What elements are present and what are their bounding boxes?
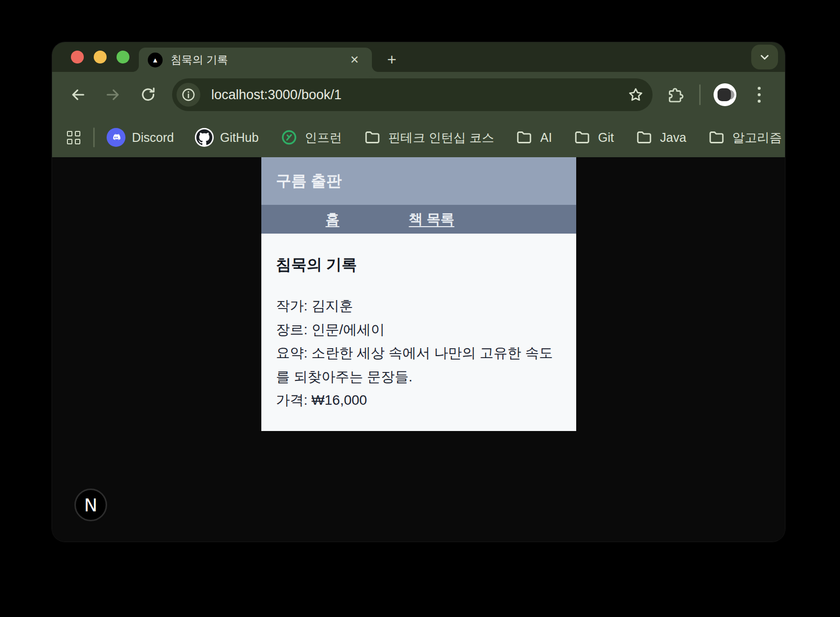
star-icon bbox=[627, 86, 644, 103]
bookmark-folder-fintech[interactable]: 핀테크 인턴십 코스 bbox=[363, 128, 494, 147]
bookmark-folder-git[interactable]: Git bbox=[573, 128, 614, 147]
bookmark-label: Java bbox=[660, 130, 686, 145]
bookmark-star-button[interactable] bbox=[626, 85, 646, 105]
tab-strip: ▲ 침묵의 기록 ✕ + bbox=[52, 42, 785, 72]
bookmark-folder-java[interactable]: Java bbox=[635, 128, 686, 147]
close-window-button[interactable] bbox=[71, 51, 84, 63]
book-summary: 요약: 소란한 세상 속에서 나만의 고유한 속도를 되찾아주는 문장들. bbox=[276, 341, 561, 388]
folder-icon bbox=[573, 128, 592, 147]
tab-title: 침묵의 기록 bbox=[171, 53, 346, 67]
bookmark-github[interactable]: GitHub bbox=[195, 128, 259, 147]
new-tab-button[interactable]: + bbox=[380, 48, 403, 71]
bookmark-inflearn[interactable]: 인프런 bbox=[280, 128, 342, 147]
info-icon bbox=[181, 87, 196, 102]
extensions-button[interactable] bbox=[664, 84, 686, 106]
folder-icon bbox=[707, 128, 726, 147]
bookmark-label: 인프런 bbox=[305, 129, 342, 146]
browser-toolbar: localhost:3000/book/1 bbox=[52, 72, 785, 118]
folder-icon bbox=[363, 128, 382, 147]
book-title: 침묵의 기록 bbox=[276, 254, 561, 275]
page-viewport: 구름 출판 홈 책 목록 침묵의 기록 작가: 김지훈 장르: 인문/에세이 요… bbox=[52, 157, 785, 542]
nextjs-dev-badge[interactable]: N bbox=[74, 489, 107, 521]
forward-arrow-icon bbox=[105, 86, 121, 103]
folder-icon bbox=[515, 128, 534, 147]
book-author: 작가: 김지훈 bbox=[276, 294, 561, 318]
bookmarks-bar: Discord GitHub 인프런 bbox=[52, 118, 785, 157]
toolbar-separator bbox=[699, 84, 701, 105]
bookmark-label: Discord bbox=[132, 130, 174, 145]
nav-link-book-list[interactable]: 책 목록 bbox=[409, 210, 455, 229]
profile-avatar[interactable] bbox=[714, 83, 736, 106]
book-detail: 침묵의 기록 작가: 김지훈 장르: 인문/에세이 요약: 소란한 세상 속에서… bbox=[261, 234, 576, 431]
site-title: 구름 출판 bbox=[276, 171, 342, 191]
minimize-window-button[interactable] bbox=[94, 51, 107, 63]
book-price: 가격: ₩16,000 bbox=[276, 388, 561, 412]
book-page-container: 구름 출판 홈 책 목록 침묵의 기록 작가: 김지훈 장르: 인문/에세이 요… bbox=[261, 157, 576, 431]
bookmark-folder-algorithm[interactable]: 알고리즘 bbox=[707, 128, 782, 147]
github-icon bbox=[195, 128, 214, 147]
forward-button[interactable] bbox=[102, 84, 124, 106]
bookmark-label: Git bbox=[598, 130, 614, 145]
back-button[interactable] bbox=[67, 84, 89, 106]
bookmark-folder-ai[interactable]: AI bbox=[515, 128, 552, 147]
url-text[interactable]: localhost:3000/book/1 bbox=[211, 87, 626, 103]
reload-button[interactable] bbox=[137, 84, 159, 106]
tab-close-icon[interactable]: ✕ bbox=[346, 52, 363, 68]
bookmark-label: 알고리즘 bbox=[732, 129, 782, 146]
browser-window: ▲ 침묵의 기록 ✕ + bbox=[52, 42, 785, 542]
discord-icon bbox=[107, 128, 125, 147]
site-info-button[interactable] bbox=[177, 83, 200, 107]
nextjs-n-icon: N bbox=[84, 495, 98, 515]
site-header: 구름 출판 bbox=[261, 157, 576, 205]
address-bar[interactable]: localhost:3000/book/1 bbox=[172, 78, 653, 111]
inflearn-icon bbox=[280, 128, 299, 147]
bookmark-label: 핀테크 인턴십 코스 bbox=[388, 129, 494, 146]
bookmark-label: GitHub bbox=[220, 130, 259, 145]
browser-menu-button[interactable] bbox=[748, 84, 770, 106]
site-nav: 홈 책 목록 bbox=[261, 205, 576, 234]
nextjs-favicon-icon: ▲ bbox=[148, 53, 163, 67]
bookmark-discord[interactable]: Discord bbox=[107, 128, 174, 147]
back-arrow-icon bbox=[69, 86, 86, 103]
book-genre: 장르: 인문/에세이 bbox=[276, 318, 561, 342]
puzzle-icon bbox=[666, 86, 684, 104]
tab-search-chevron-button[interactable] bbox=[751, 45, 778, 69]
bookmarks-separator bbox=[93, 127, 95, 147]
bookmark-label: AI bbox=[540, 130, 552, 145]
reload-icon bbox=[140, 86, 157, 103]
nav-link-home[interactable]: 홈 bbox=[326, 210, 340, 229]
apps-grid-icon[interactable] bbox=[67, 131, 80, 144]
browser-tab[interactable]: ▲ 침묵의 기록 ✕ bbox=[139, 48, 372, 72]
folder-icon bbox=[635, 128, 654, 147]
chevron-down-icon bbox=[758, 51, 771, 63]
zoom-window-button[interactable] bbox=[117, 51, 129, 63]
